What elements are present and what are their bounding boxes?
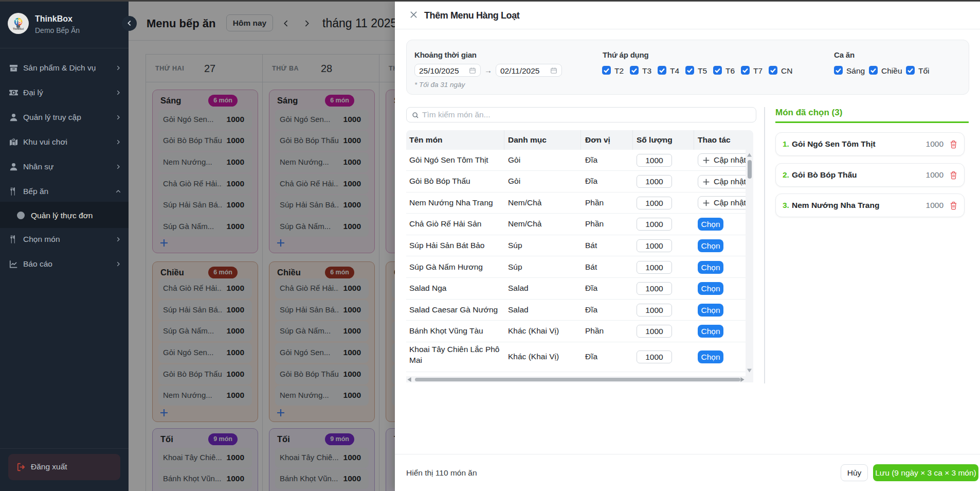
svg-text:TS: TS (15, 19, 22, 25)
svg-text:ThinkSol: ThinkSol (13, 27, 24, 30)
